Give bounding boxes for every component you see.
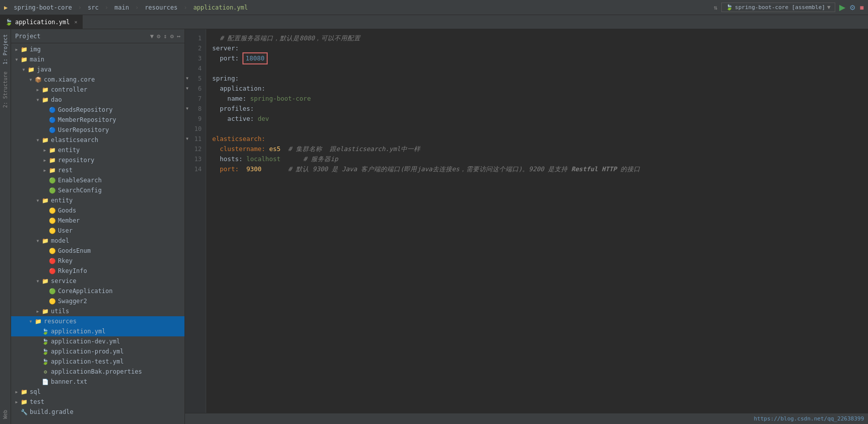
file-icon: 🔴 [48, 257, 56, 265]
yaml-key: hosts: [212, 154, 246, 164]
yaml-key-highlight: elasticsearch: [212, 134, 265, 144]
tree-item-CoreApplication[interactable]: 🟢 CoreApplication [11, 286, 184, 296]
arrow-icon [34, 368, 41, 375]
tree-label: sql [30, 388, 41, 395]
code-lines: # 配置服务器端口，默认是8080，可以不用配置server: port: 18… [206, 29, 868, 413]
expand-icon[interactable]: ↔ [177, 33, 180, 40]
line-num-1: 1 [185, 33, 206, 43]
settings-icon[interactable]: ⚙ [157, 33, 160, 40]
tree-item-elasticsearch[interactable]: ▼ 📁 elasticsearch [11, 135, 184, 145]
tree-item-sql[interactable]: ▶ 📁 sql [11, 387, 184, 397]
arrow-icon: ▼ [27, 318, 34, 325]
tree-item-application-prod-yml[interactable]: 🍃 application-prod.yml [11, 346, 184, 357]
tab-close-button[interactable]: ✕ [74, 19, 77, 25]
tree-label: UserRepository [58, 126, 109, 133]
line-num-13: 13 [185, 154, 206, 164]
panel-title: Project [15, 33, 147, 40]
arrow-icon [41, 207, 48, 214]
tree-item-resources[interactable]: ▼ 📁 resources [11, 316, 184, 326]
file-icon: 🟢 [48, 287, 56, 295]
tree-label: build.gradle [30, 408, 74, 415]
tree-item-application-test-yml[interactable]: 🍃 application-test.yml [11, 357, 184, 367]
tree-item-GoodsRepository[interactable]: 🔵 GoodsRepository [11, 105, 184, 115]
tree-label: dao [51, 96, 62, 103]
file-icon: 🍃 [41, 337, 49, 345]
tree-item-User[interactable]: 🟡 User [11, 226, 184, 236]
tree-item-entity[interactable]: ▼ 📁 entity [11, 195, 184, 205]
tree-item-Rkey[interactable]: 🔴 Rkey [11, 256, 184, 266]
arrow-icon [41, 126, 48, 133]
tree-item-repository[interactable]: ▶ 📁 repository [11, 155, 184, 165]
panel-header-icons: ⚙ ↕ ⚙ ↔ [157, 33, 180, 40]
arrow-icon: ▶ [41, 157, 48, 164]
yaml-string-value: dev [258, 114, 269, 124]
file-icon: 🟡 [48, 297, 56, 305]
tree-item-com-xiang-core[interactable]: ▼ 📦 com.xiang.core [11, 75, 184, 85]
tree-item-MemberRepository[interactable]: 🔵 MemberRepository [11, 115, 184, 125]
sidebar-item-structure[interactable]: 2: Structure [2, 68, 9, 111]
tree-item-application-yml[interactable]: 🍃 application.yml [11, 326, 184, 336]
run-config-selector[interactable]: 🍃 spring-boot-core [assemble] ▼ [721, 3, 835, 12]
tree-item-service[interactable]: ▼ 📁 service [11, 276, 184, 286]
file-icon: 🔵 [48, 126, 56, 134]
tree-item-img[interactable]: ▶ 📁 img [11, 44, 184, 54]
tree-item-GoodsEnum[interactable]: 🟡 GoodsEnum [11, 246, 184, 256]
config-icon[interactable]: ⚙ [170, 33, 174, 40]
sidebar-item-web[interactable]: Web [2, 407, 9, 422]
tree-item-UserRepository[interactable]: 🔵 UserRepository [11, 125, 184, 135]
tree-label: rest [58, 167, 73, 174]
tab-yaml-icon: 🍃 [5, 19, 13, 26]
arrow-icon [41, 177, 48, 184]
top-bar: ▶ spring-boot-core › src › main › resour… [0, 0, 868, 15]
port-value-box: 18080 [242, 52, 268, 64]
code-line-14: port: 9300 # 默认 9300 是 Java 客户端的端口(即用jav… [212, 164, 864, 174]
editor-content[interactable]: 1234567891011121314 # 配置服务器端口，默认是8080，可以… [185, 29, 868, 413]
tree-item-main[interactable]: ▼ 📁 main [11, 54, 184, 64]
tree-item-Swagger2[interactable]: 🟡 Swagger2 [11, 296, 184, 306]
tree-item-Goods[interactable]: 🟡 Goods [11, 205, 184, 216]
run-button[interactable]: ▶ [839, 3, 845, 12]
file-icon: 📄 [41, 378, 49, 386]
tree-item-entity[interactable]: ▶ 📁 entity [11, 145, 184, 155]
arrow-icon [41, 227, 48, 234]
tree-item-application-dev-yml[interactable]: 🍃 application-dev.yml [11, 336, 184, 346]
debug-button[interactable]: ⚙ [849, 4, 856, 12]
tree-item-rest[interactable]: ▶ 📁 rest [11, 165, 184, 175]
tree-item-dao[interactable]: ▼ 📁 dao [11, 95, 184, 105]
tree-item-java[interactable]: ▼ 📁 java [11, 64, 184, 75]
file-icon: 🟡 [48, 247, 56, 255]
tab-bar: 🍃 application.yml ✕ [0, 15, 868, 29]
tree-label: EnableSearch [58, 177, 102, 184]
tree-item-Member[interactable]: 🟡 Member [11, 216, 184, 226]
code-line-3: port: 18080 [212, 53, 864, 63]
tree-item-controller[interactable]: ▶ 📁 controller [11, 85, 184, 95]
sidebar-item-project[interactable]: 1: Project [2, 31, 9, 67]
tree-label: applicationBak.properties [51, 368, 142, 375]
code-line-9: active: dev [212, 114, 864, 124]
tab-application-yml[interactable]: 🍃 application.yml ✕ [0, 15, 83, 29]
line-num-10: 10 [185, 124, 206, 134]
tree-label: CoreApplication [58, 288, 112, 295]
file-icon: 📁 [41, 196, 49, 204]
side-tabs: 1: Project 2: Structure Web [0, 29, 11, 424]
tree-item-test[interactable]: ▶ 📁 test [11, 397, 184, 407]
tree-item-applicationBak-properties[interactable]: ⚙ applicationBak.properties [11, 367, 184, 377]
breadcrumb-sep2: › [105, 4, 108, 11]
tree-item-model[interactable]: ▼ 📁 model [11, 236, 184, 246]
comment-text: Restful HTTP [571, 164, 616, 174]
tree-item-SearchConfig[interactable]: 🟢 SearchConfig [11, 185, 184, 195]
tree-item-build-gradle[interactable]: 🔧 build.gradle [11, 407, 184, 417]
yaml-key: application: [212, 84, 265, 94]
stop-button[interactable]: ■ [860, 4, 864, 12]
sort-icon[interactable]: ↕ [163, 33, 167, 40]
arrow-icon: ▼ [20, 66, 27, 73]
yaml-key: port: [212, 53, 242, 63]
file-icon: 🍃 [41, 347, 49, 356]
tree-label: Swagger2 [58, 298, 87, 305]
tree-item-utils[interactable]: ▶ 📁 utils [11, 306, 184, 316]
tree-label: GoodsRepository [58, 106, 112, 113]
tree-item-RkeyInfo[interactable]: 🔴 RkeyInfo [11, 266, 184, 276]
tree-item-EnableSearch[interactable]: 🟢 EnableSearch [11, 175, 184, 185]
yaml-string-value: spring-boot-core [250, 94, 311, 104]
tree-item-banner-txt[interactable]: 📄 banner.txt [11, 377, 184, 387]
